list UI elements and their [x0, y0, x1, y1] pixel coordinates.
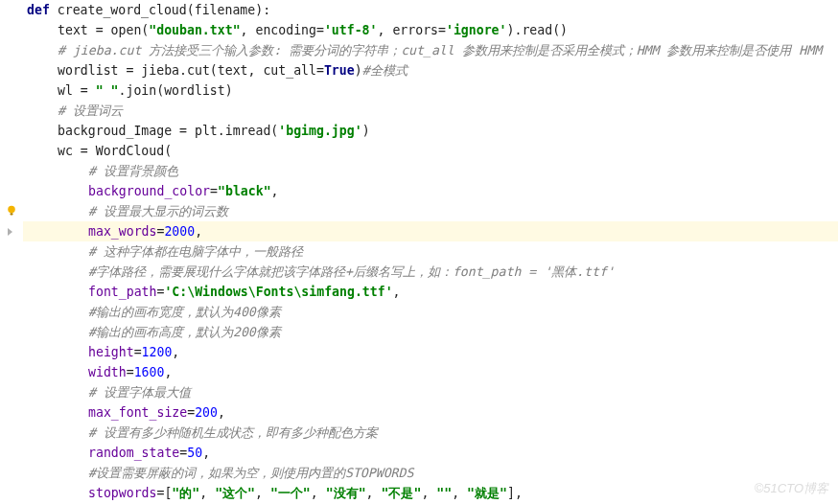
code-line-comment[interactable]: # 设置字体最大值	[23, 382, 838, 402]
intention-bulb-icon[interactable]	[6, 205, 17, 217]
code-editor[interactable]: def create_word_cloud(filename): text = …	[0, 0, 838, 504]
code-line-comment[interactable]: # 设置有多少种随机生成状态，即有多少种配色方案	[23, 423, 838, 443]
code-line-comment[interactable]: #输出的画布高度，默认为200像素	[23, 322, 838, 342]
code-line-comment[interactable]: #输出的画布宽度，默认为400像素	[23, 302, 838, 322]
code-line-comment[interactable]: # jieba.cut 方法接受三个输入参数: 需要分词的字符串；cut_all…	[23, 40, 838, 60]
code-line-comment[interactable]: # 设置最大显示的词云数	[23, 201, 838, 221]
code-line[interactable]: text = open("douban.txt", encoding='utf-…	[23, 20, 838, 40]
code-line[interactable]: def create_word_cloud(filename):	[23, 0, 838, 20]
code-line-comment[interactable]: # 设置词云	[23, 101, 838, 121]
code-line[interactable]: backgroud_Image = plt.imread('bgimg.jpg'…	[23, 121, 838, 141]
code-line[interactable]: wordlist = jieba.cut(text, cut_all=True)…	[23, 60, 838, 80]
code-line[interactable]: max_font_size=200,	[23, 402, 838, 423]
code-line-comment[interactable]: #字体路径，需要展现什么字体就把该字体路径+后缀名写上，如：font_path …	[23, 262, 838, 282]
code-line-comment[interactable]: # 设置背景颜色	[23, 161, 838, 181]
code-line[interactable]: wl = " ".join(wordlist)	[23, 80, 838, 101]
code-line-comment[interactable]: # 这种字体都在电脑字体中，一般路径	[23, 241, 838, 262]
code-line[interactable]: background_color="black",	[23, 181, 838, 201]
code-line[interactable]: font_path='C:\Windows\Fonts\simfang.ttf'…	[23, 282, 838, 302]
code-line[interactable]: width=1600,	[23, 362, 838, 382]
code-line[interactable]: stopwords=["的", "这个", "一个", "没有", "不是", …	[23, 483, 838, 503]
keyword-def: def	[27, 3, 50, 17]
func-name: create_word_cloud	[58, 3, 187, 17]
svg-point-0	[8, 206, 15, 214]
code-line-highlighted[interactable]: max_words=2000,	[23, 221, 838, 241]
code-line[interactable]: random_state=50,	[23, 443, 838, 463]
code-line[interactable]: wc = WordCloud(	[23, 141, 838, 161]
code-line-comment[interactable]: #设置需要屏蔽的词，如果为空，则使用内置的STOPWORDS	[23, 463, 838, 483]
fold-collapsed-icon[interactable]	[4, 226, 13, 236]
gutter	[0, 0, 23, 504]
code-area[interactable]: def create_word_cloud(filename): text = …	[23, 0, 838, 503]
svg-rect-1	[11, 213, 13, 215]
code-line[interactable]: height=1200,	[23, 342, 838, 362]
